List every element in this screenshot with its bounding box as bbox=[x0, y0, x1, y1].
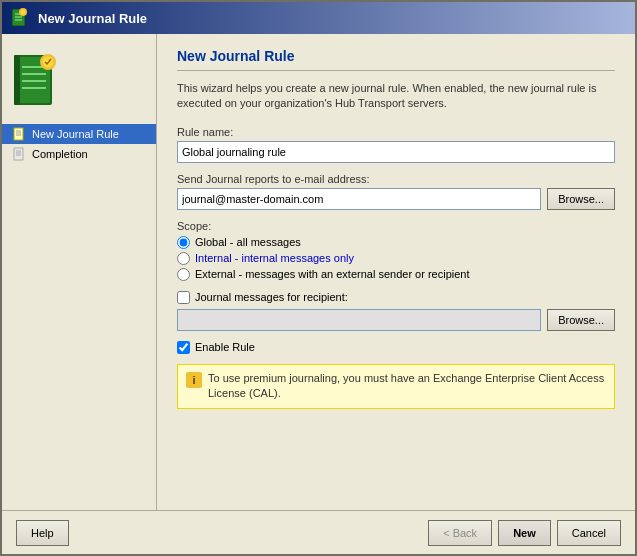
rule-name-label: Rule name: bbox=[177, 126, 615, 138]
scope-internal-radio[interactable] bbox=[177, 252, 190, 265]
window-title: New Journal Rule bbox=[38, 11, 147, 26]
page-icon-2 bbox=[12, 147, 26, 161]
footer: Help < Back New Cancel bbox=[2, 510, 635, 554]
back-button[interactable]: < Back bbox=[428, 520, 492, 546]
sidebar-item-new-journal-rule[interactable]: New Journal Rule bbox=[2, 124, 156, 144]
scope-external-radio[interactable] bbox=[177, 268, 190, 281]
footer-right: < Back New Cancel bbox=[428, 520, 621, 546]
svg-rect-13 bbox=[14, 55, 20, 105]
enable-rule-checkbox[interactable] bbox=[177, 341, 190, 354]
title-bar: New Journal Rule bbox=[2, 2, 635, 34]
email-label: Send Journal reports to e-mail address: bbox=[177, 173, 615, 185]
info-box: i To use premium journaling, you must ha… bbox=[177, 364, 615, 409]
recipient-input[interactable] bbox=[177, 309, 541, 331]
email-group: Send Journal reports to e-mail address: … bbox=[177, 173, 615, 210]
help-button[interactable]: Help bbox=[16, 520, 69, 546]
info-text: To use premium journaling, you must have… bbox=[208, 371, 606, 402]
sidebar-item-label-completion: Completion bbox=[32, 148, 88, 160]
main-content: New Journal Rule Completion New Journal … bbox=[2, 34, 635, 510]
enable-rule-row: Enable Rule bbox=[177, 341, 615, 354]
window-icon bbox=[10, 8, 30, 28]
recipient-browse-button[interactable]: Browse... bbox=[547, 309, 615, 331]
email-browse-button[interactable]: Browse... bbox=[547, 188, 615, 210]
scope-internal: Internal - internal messages only bbox=[177, 252, 615, 265]
footer-left: Help bbox=[16, 520, 69, 546]
email-field-row: Browse... bbox=[177, 188, 615, 210]
journal-recipient-checkbox-row: Journal messages for recipient: bbox=[177, 291, 615, 304]
sidebar-item-completion[interactable]: Completion bbox=[2, 144, 156, 164]
sidebar-header bbox=[2, 44, 156, 124]
svg-point-6 bbox=[21, 10, 26, 15]
sidebar-item-label-new: New Journal Rule bbox=[32, 128, 119, 140]
scope-global-label[interactable]: Global - all messages bbox=[195, 236, 301, 248]
sidebar-book-icon bbox=[12, 52, 60, 108]
content-area: New Journal Rule This wizard helps you c… bbox=[157, 34, 635, 510]
main-window: New Journal Rule bbox=[0, 0, 637, 556]
cancel-button[interactable]: Cancel bbox=[557, 520, 621, 546]
scope-external-label[interactable]: External - messages with an external sen… bbox=[195, 268, 470, 280]
scope-label: Scope: bbox=[177, 220, 615, 232]
journal-recipient-label[interactable]: Journal messages for recipient: bbox=[195, 291, 348, 303]
scope-external: External - messages with an external sen… bbox=[177, 268, 615, 281]
content-description: This wizard helps you create a new journ… bbox=[177, 81, 615, 112]
rule-name-group: Rule name: bbox=[177, 126, 615, 163]
journal-recipient-checkbox[interactable] bbox=[177, 291, 190, 304]
new-button[interactable]: New bbox=[498, 520, 551, 546]
divider bbox=[177, 70, 615, 71]
rule-name-input[interactable] bbox=[177, 141, 615, 163]
info-icon: i bbox=[186, 372, 202, 388]
scope-group: Scope: Global - all messages Internal - … bbox=[177, 220, 615, 281]
svg-rect-16 bbox=[14, 128, 23, 140]
content-title: New Journal Rule bbox=[177, 48, 615, 64]
page-icon bbox=[12, 127, 26, 141]
recipient-input-row: Browse... bbox=[177, 309, 615, 331]
journal-recipient-group: Journal messages for recipient: Browse..… bbox=[177, 291, 615, 331]
email-input[interactable] bbox=[177, 188, 541, 210]
scope-global-radio[interactable] bbox=[177, 236, 190, 249]
scope-internal-label[interactable]: Internal - internal messages only bbox=[195, 252, 354, 264]
svg-text:i: i bbox=[192, 374, 195, 386]
sidebar: New Journal Rule Completion bbox=[2, 34, 157, 510]
enable-rule-label[interactable]: Enable Rule bbox=[195, 341, 255, 353]
scope-global: Global - all messages bbox=[177, 236, 615, 249]
svg-rect-20 bbox=[14, 148, 23, 160]
